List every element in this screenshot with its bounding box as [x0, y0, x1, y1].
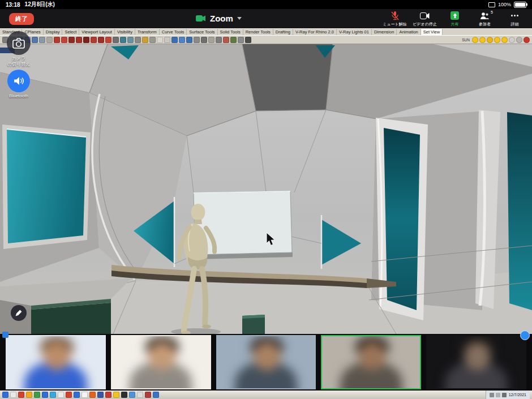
toolbar-icon[interactable] — [157, 37, 163, 43]
stop-video-button[interactable]: ビデオの停止 — [410, 10, 440, 27]
leave-meeting-button[interactable]: 終了 — [9, 13, 34, 25]
rhino-menu-tab[interactable]: Curve Tools — [160, 29, 187, 35]
annotation-drag-handle[interactable] — [520, 331, 530, 340]
participants-button[interactable]: 5 参加者 — [470, 10, 500, 27]
rhino-menu-tab[interactable]: V-Ray Lights 01 — [337, 29, 372, 35]
share-screen-label: 共有 — [451, 22, 459, 27]
material-ball-icon[interactable] — [509, 37, 515, 43]
toolbar-icon[interactable] — [171, 37, 178, 43]
toolbar-icon[interactable] — [208, 37, 214, 43]
tray-icon[interactable] — [502, 393, 507, 397]
rhino-viewport[interactable] — [0, 44, 532, 334]
toolbar-icon[interactable] — [61, 37, 67, 43]
taskbar-app-icon[interactable] — [18, 392, 24, 398]
status-time: 13:18 — [6, 2, 20, 8]
material-ball-icon[interactable] — [472, 37, 478, 43]
participant-video-tile[interactable] — [6, 335, 106, 389]
toolbar-icon[interactable] — [194, 37, 200, 43]
rhino-menu-tab[interactable]: V-Ray For Rhino 2.0 — [293, 29, 337, 35]
toolbar-icon[interactable] — [179, 37, 185, 43]
taskbar-app-icon[interactable] — [74, 392, 80, 398]
toolbar-icon[interactable] — [186, 37, 192, 43]
taskbar-app-icon[interactable] — [34, 392, 40, 398]
toolbar-icon[interactable] — [91, 37, 97, 43]
tray-icon[interactable] — [490, 393, 494, 397]
toolbar-icon[interactable] — [223, 37, 229, 43]
toolbar-icon[interactable] — [201, 37, 207, 43]
taskbar-app-icon[interactable] — [113, 392, 119, 398]
toolbar-icon[interactable] — [113, 37, 119, 43]
toolbar-icon[interactable] — [245, 37, 251, 43]
participants-label: 参加者 — [479, 22, 491, 27]
rhino-menu-tab[interactable]: Surface Tools — [187, 29, 217, 35]
taskbar-app-icon[interactable] — [10, 392, 16, 398]
taskbar-app-icon[interactable] — [58, 392, 64, 398]
toolbar-icon[interactable] — [238, 37, 244, 43]
toolbar-icon[interactable] — [216, 37, 222, 43]
tray-icon[interactable] — [496, 393, 500, 397]
bluetooth-audio-button[interactable] — [7, 70, 30, 92]
material-ball-icon[interactable] — [487, 37, 493, 43]
rhino-menu-tab[interactable]: Solid Tools — [218, 29, 243, 35]
toolbar-icon[interactable] — [39, 37, 45, 43]
meeting-title-dropdown[interactable]: Zoom — [196, 14, 242, 23]
chevron-down-icon — [237, 17, 242, 20]
more-button[interactable]: 詳細 — [500, 10, 530, 27]
toolbar-icon[interactable] — [46, 37, 53, 43]
toolbar-icon[interactable] — [54, 37, 60, 43]
toolbar-icon[interactable] — [76, 37, 82, 43]
rhino-menu-tab[interactable]: Transform — [135, 29, 160, 35]
filmstrip-collapse-handle[interactable] — [2, 332, 8, 338]
taskbar-app-icon[interactable] — [42, 392, 48, 398]
participants-count-badge: 5 — [491, 10, 493, 14]
rhino-menu-tab[interactable]: Viewport Layout — [79, 29, 115, 35]
toolbar-icon[interactable] — [68, 37, 75, 43]
material-ball-icon[interactable] — [501, 37, 508, 43]
taskbar-app-icon[interactable] — [153, 392, 159, 398]
rhino-menu-tab[interactable]: Set View — [421, 29, 443, 35]
toolbar-icon[interactable] — [135, 37, 141, 43]
share-screen-button[interactable]: 共有 — [440, 10, 470, 27]
toolbar-icon[interactable] — [32, 37, 38, 43]
taskbar-app-icon[interactable] — [129, 392, 135, 398]
rhino-menu-tab[interactable]: Dimension — [372, 29, 397, 35]
taskbar-app-icon[interactable] — [145, 392, 151, 398]
taskbar-app-icon[interactable] — [137, 392, 143, 398]
rhino-menu-tab[interactable]: Display — [44, 29, 63, 35]
taskbar-app-icon[interactable] — [2, 392, 8, 398]
participant-video-tile[interactable] — [426, 335, 526, 389]
taskbar-app-icon[interactable] — [26, 392, 32, 398]
participant-video-tile[interactable] — [111, 335, 211, 389]
rhino-menu-tab[interactable]: Animation — [397, 29, 421, 35]
toolbar-icon[interactable] — [127, 37, 134, 43]
toolbar-icon[interactable] — [120, 37, 126, 43]
taskbar-app-icon[interactable] — [105, 392, 111, 398]
rhino-menu-tab[interactable]: Select — [62, 29, 79, 35]
participant-video-tile[interactable] — [216, 335, 316, 389]
rhino-menu-tab[interactable]: Drafting — [273, 29, 293, 35]
toolbar-icon[interactable] — [164, 37, 170, 43]
material-ball-icon[interactable] — [516, 37, 522, 43]
rhino-menu-tab[interactable]: Render Tools — [243, 29, 273, 35]
annotate-button[interactable] — [11, 305, 27, 321]
toolbar-icon[interactable] — [230, 37, 237, 43]
taskbar-app-icon[interactable] — [121, 392, 127, 398]
switch-camera-button[interactable] — [7, 31, 31, 55]
material-ball-icon[interactable] — [524, 37, 530, 43]
taskbar-app-icon[interactable] — [81, 392, 88, 398]
participant-video-tile[interactable] — [321, 335, 421, 389]
material-ball-icon[interactable] — [479, 37, 486, 43]
toolbar-icon[interactable] — [105, 37, 111, 43]
taskbar-app-icon[interactable] — [50, 392, 56, 398]
taskbar-app-icon[interactable] — [89, 392, 96, 398]
toolbar-icon[interactable] — [149, 37, 156, 43]
rhino-menu-tab[interactable]: Visibility — [115, 29, 135, 35]
toolbar-icon[interactable] — [142, 37, 148, 43]
taskbar-app-icon[interactable] — [66, 392, 72, 398]
taskbar-app-icon[interactable] — [97, 392, 104, 398]
participants-icon — [480, 10, 490, 21]
toolbar-icon[interactable] — [98, 37, 104, 43]
material-ball-icon[interactable] — [494, 37, 500, 43]
unmute-button[interactable]: ミュート解除 — [380, 10, 410, 27]
toolbar-icon[interactable] — [83, 37, 89, 43]
